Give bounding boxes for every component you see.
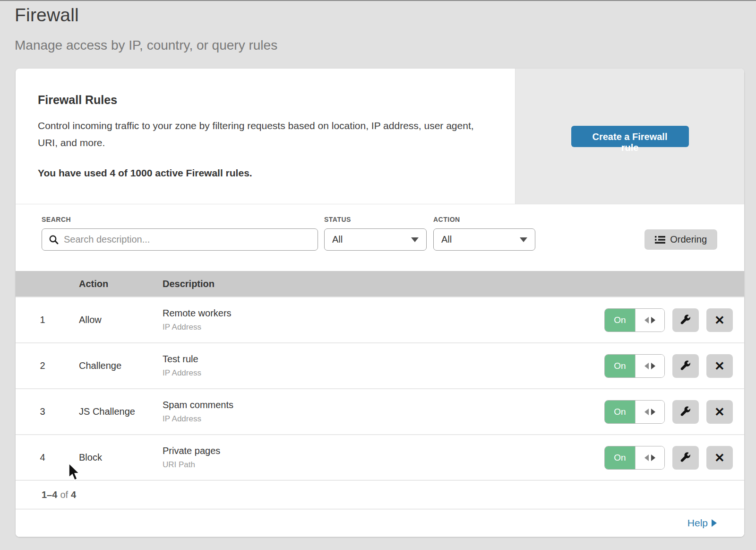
toggle-knob[interactable]: [635, 401, 664, 423]
pagination-bar: 1–4 of 4: [16, 480, 744, 509]
create-firewall-rule-button[interactable]: Create a Firewall rule: [571, 126, 689, 147]
rule-action: Allow: [79, 314, 163, 325]
toggle-knob[interactable]: [635, 355, 664, 377]
filter-bar: SEARCH STATUS All ACTION All: [16, 204, 744, 271]
search-label: SEARCH: [42, 216, 71, 223]
wrench-icon: [679, 406, 692, 418]
ordered-list-icon: [655, 236, 665, 244]
delete-rule-button[interactable]: ✕: [706, 446, 733, 470]
search-box[interactable]: [42, 228, 318, 251]
rule-description: Test rule IP Address: [163, 354, 584, 378]
table-header: Action Description: [16, 271, 744, 297]
toggle-knob[interactable]: [635, 446, 664, 469]
col-action-header: Action: [79, 279, 163, 289]
chevron-down-icon: [520, 237, 527, 242]
close-icon: ✕: [714, 360, 725, 372]
edit-rule-button[interactable]: [672, 308, 699, 332]
rule-match-type: IP Address: [163, 368, 584, 378]
ordering-button[interactable]: Ordering: [644, 229, 717, 250]
rule-priority: 2: [16, 360, 79, 371]
wrench-icon: [679, 314, 692, 326]
section-title: Firewall Rules: [38, 93, 487, 107]
table-row: 1 Allow Remote workers IP Address On ✕: [16, 297, 744, 342]
toggle-on-label: On: [605, 309, 635, 332]
arrow-right-icon: [712, 519, 717, 527]
status-label: STATUS: [324, 216, 351, 223]
pagination-range: 1–4: [42, 489, 57, 500]
pagination-of: of: [60, 489, 68, 500]
edit-rule-button[interactable]: [672, 446, 699, 470]
edit-rule-button[interactable]: [672, 400, 699, 424]
toggle-left-arrow-icon: [644, 454, 649, 461]
rule-enabled-toggle[interactable]: On: [604, 400, 665, 424]
rule-action: Block: [79, 452, 163, 463]
delete-rule-button[interactable]: ✕: [706, 354, 733, 378]
toggle-right-arrow-icon: [651, 454, 655, 461]
help-link-label: Help: [687, 517, 708, 529]
toggle-right-arrow-icon: [651, 317, 655, 323]
rule-title: Private pages: [163, 445, 584, 456]
create-rule-panel: Create a Firewall rule: [515, 69, 744, 204]
rule-priority: 1: [16, 314, 79, 325]
page-title: Firewall: [15, 5, 756, 26]
toggle-on-label: On: [605, 355, 635, 377]
firewall-rules-card: Firewall Rules Control incoming traffic …: [16, 69, 744, 537]
rule-description: Spam comments IP Address: [163, 400, 584, 424]
intro-section: Firewall Rules Control incoming traffic …: [16, 69, 744, 204]
rule-description: Private pages URI Path: [163, 445, 584, 470]
col-description-header: Description: [163, 279, 584, 289]
status-dropdown[interactable]: All: [324, 228, 427, 251]
toggle-on-label: On: [605, 446, 635, 469]
rule-match-type: URI Path: [163, 460, 584, 470]
section-description: Control incoming traffic to your zone by…: [38, 117, 487, 151]
rule-match-type: IP Address: [163, 414, 584, 424]
card-footer: Help: [16, 509, 744, 537]
table-row: 4 Block Private pages URI Path On ✕: [16, 434, 744, 480]
action-label: ACTION: [433, 216, 460, 223]
rule-priority: 3: [16, 406, 79, 417]
status-dropdown-value: All: [332, 234, 343, 245]
delete-rule-button[interactable]: ✕: [706, 400, 733, 424]
page-subtitle: Manage access by IP, country, or query r…: [15, 38, 756, 53]
intro-text-block: Firewall Rules Control incoming traffic …: [16, 69, 515, 204]
rule-controls: On ✕: [584, 308, 744, 332]
rule-controls: On ✕: [584, 354, 744, 378]
toggle-knob[interactable]: [635, 309, 664, 332]
toggle-on-label: On: [605, 401, 635, 423]
toggle-left-arrow-icon: [644, 363, 649, 369]
help-link[interactable]: Help: [687, 517, 717, 529]
toggle-left-arrow-icon: [644, 317, 649, 323]
search-icon: [49, 235, 59, 245]
rule-enabled-toggle[interactable]: On: [604, 446, 665, 470]
delete-rule-button[interactable]: ✕: [706, 308, 733, 332]
rule-action: Challenge: [79, 360, 163, 371]
search-input[interactable]: [64, 234, 311, 245]
page-header: Firewall Manage access by IP, country, o…: [0, 1, 756, 53]
edit-rule-button[interactable]: [672, 354, 699, 378]
ordering-button-label: Ordering: [670, 234, 707, 245]
action-dropdown-value: All: [441, 234, 452, 245]
rule-enabled-toggle[interactable]: On: [604, 354, 665, 378]
rule-title: Remote workers: [163, 308, 584, 319]
pagination-total: 4: [71, 489, 76, 500]
toggle-left-arrow-icon: [644, 409, 649, 415]
close-icon: ✕: [714, 406, 725, 418]
close-icon: ✕: [714, 452, 725, 464]
wrench-icon: [679, 360, 692, 372]
close-icon: ✕: [714, 314, 725, 326]
rule-controls: On ✕: [584, 400, 744, 424]
table-row: 3 JS Challenge Spam comments IP Address …: [16, 388, 744, 434]
rule-controls: On ✕: [584, 446, 744, 470]
rule-enabled-toggle[interactable]: On: [604, 308, 665, 332]
toggle-right-arrow-icon: [651, 409, 655, 415]
usage-count-text: You have used 4 of 1000 active Firewall …: [38, 167, 487, 179]
rule-description: Remote workers IP Address: [163, 308, 584, 332]
chevron-down-icon: [411, 237, 419, 242]
table-row: 2 Challenge Test rule IP Address On ✕: [16, 342, 744, 388]
rule-match-type: IP Address: [163, 323, 584, 332]
toggle-right-arrow-icon: [651, 363, 655, 369]
wrench-icon: [679, 452, 692, 464]
rule-priority: 4: [16, 452, 79, 463]
rule-action: JS Challenge: [79, 406, 163, 417]
action-dropdown[interactable]: All: [433, 228, 535, 251]
